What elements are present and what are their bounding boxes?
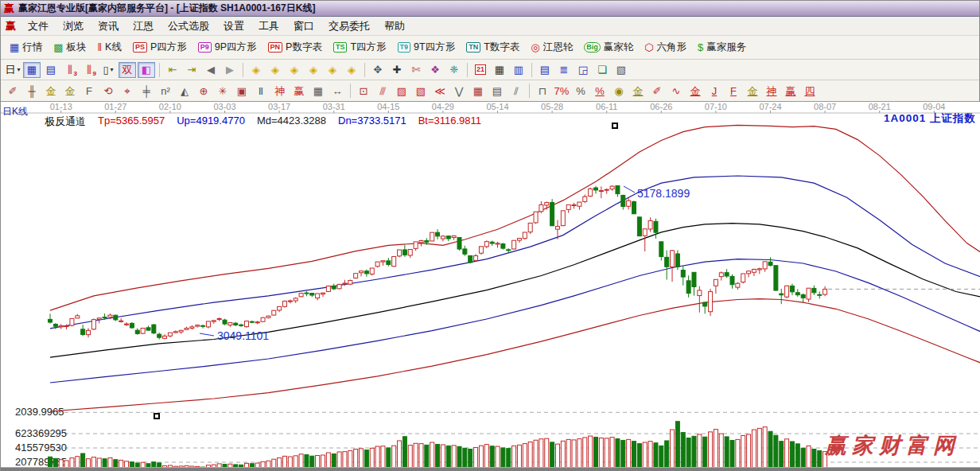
object-handle-marker[interactable] bbox=[154, 414, 159, 418]
drag-hand-icon[interactable]: ✥ bbox=[369, 62, 387, 78]
f10-info-icon[interactable]: ▤ bbox=[42, 62, 60, 78]
shen-tool-icon[interactable]: 神 bbox=[271, 83, 289, 99]
module-winner-wheel-button[interactable]: Big赢家轮 bbox=[578, 38, 639, 56]
module-p-number-table-button[interactable]: PNP数字表 bbox=[262, 38, 328, 56]
angle-rays-icon[interactable]: ≪ bbox=[431, 83, 449, 99]
ray-fan-icon[interactable]: ⫻ bbox=[374, 83, 391, 99]
grid-ruler-icon[interactable]: ╫ bbox=[23, 83, 41, 99]
cycle-ruler-icon[interactable]: ╪ bbox=[138, 83, 155, 99]
menu-item-资讯[interactable]: 资讯 bbox=[91, 17, 126, 36]
shift-right-icon[interactable]: ◈ bbox=[266, 62, 284, 78]
gold-grid-1-icon[interactable]: 金 bbox=[42, 83, 60, 99]
shift-left-icon[interactable]: ◈ bbox=[247, 62, 265, 78]
gann-compass-icon[interactable]: ⌖ bbox=[119, 83, 136, 99]
module-quotes-button[interactable]: ▦行情 bbox=[4, 38, 48, 56]
star-burst-icon[interactable]: ✳ bbox=[214, 83, 231, 99]
box-pattern-icon[interactable]: ▧ bbox=[412, 83, 430, 99]
dual-view-icon[interactable]: 双 bbox=[119, 62, 136, 78]
menu-item-公式选股[interactable]: 公式选股 bbox=[161, 17, 216, 36]
first-bar-icon[interactable]: ⇤ bbox=[164, 62, 181, 78]
module-t-square-button[interactable]: TST四方形 bbox=[328, 38, 392, 56]
module-p-square-button[interactable]: PSP四方形 bbox=[127, 38, 192, 56]
module-t-number-table-button[interactable]: TNT数字表 bbox=[461, 38, 525, 56]
shen-angle-icon[interactable]: 神 bbox=[763, 83, 780, 99]
module-winner-service-button[interactable]: $赢家服务 bbox=[692, 38, 752, 56]
module-9t-square-button[interactable]: T99T四方形 bbox=[392, 38, 461, 56]
export-net-icon[interactable]: ❏ bbox=[593, 62, 611, 78]
save-icon[interactable]: ◲ bbox=[574, 62, 592, 78]
pattern-tool-icon[interactable]: ❈ bbox=[445, 62, 463, 78]
next-bar-icon[interactable]: ▶ bbox=[221, 62, 239, 78]
menu-item-江恩[interactable]: 江恩 bbox=[126, 17, 161, 36]
gann-knife-icon[interactable]: ✐ bbox=[4, 83, 21, 99]
ladder-grid-icon[interactable]: ▤ bbox=[488, 83, 506, 99]
gold-circle-icon[interactable]: ◉ bbox=[610, 83, 628, 99]
box-frame-icon[interactable]: ⊡ bbox=[355, 83, 372, 99]
f-angle-icon[interactable]: F bbox=[725, 83, 742, 99]
ying-tool-icon[interactable]: 赢 bbox=[290, 83, 308, 99]
notes-icon[interactable]: ≣ bbox=[555, 62, 573, 78]
red-brush-icon[interactable]: ✐ bbox=[648, 83, 666, 99]
compress-view-icon[interactable]: ◈ bbox=[324, 62, 341, 78]
gann-circle-icon[interactable]: ⊕ bbox=[195, 83, 212, 99]
n-square-icon[interactable]: n² bbox=[157, 83, 174, 99]
scale-bars-icon[interactable]: ⊓ bbox=[534, 83, 551, 99]
period-day-icon[interactable]: 日▾ bbox=[4, 62, 21, 78]
gold-angle-icon[interactable]: 金 bbox=[744, 83, 761, 99]
percent-line-icon[interactable]: % bbox=[591, 83, 609, 99]
module-9p-square-button[interactable]: P99P四方形 bbox=[192, 38, 262, 56]
kline-canvas[interactable]: 6233692954155795302077897652039.996501-1… bbox=[1, 102, 980, 471]
expand-view-icon[interactable]: ◈ bbox=[343, 62, 360, 78]
box-fan-icon[interactable]: ▨ bbox=[393, 83, 410, 99]
percent-icon[interactable]: % bbox=[572, 83, 589, 99]
calendar-icon[interactable]: 21 bbox=[472, 62, 489, 78]
menu-item-浏览[interactable]: 浏览 bbox=[56, 17, 91, 36]
menu-item-工具[interactable]: 工具 bbox=[251, 17, 286, 36]
spiral-icon[interactable]: ⟲ bbox=[99, 83, 117, 99]
menu-item-文件[interactable]: 文件 bbox=[21, 17, 56, 36]
doc-view-icon[interactable]: ▤ bbox=[536, 62, 554, 78]
last-bar-icon[interactable]: ⇥ bbox=[183, 62, 200, 78]
object-handle-marker[interactable] bbox=[612, 123, 617, 128]
j-angle-icon[interactable]: J bbox=[706, 83, 723, 99]
k-mark-icon[interactable]: Ⅱ bbox=[252, 83, 270, 99]
module-hexagon-button[interactable]: ⬡六角形 bbox=[639, 38, 692, 56]
candle-style-icon[interactable]: ▯▾ bbox=[99, 62, 117, 78]
angle-mirror-icon[interactable]: ◭ bbox=[176, 83, 193, 99]
menu-item-窗口[interactable]: 窗口 bbox=[286, 17, 321, 36]
title-bar[interactable]: 赢 赢家江恩专业版[赢家内部服务平台] - [上证指数 SH1A0001-167… bbox=[1, 1, 979, 17]
menu-item-交易委托[interactable]: 交易委托 bbox=[321, 17, 377, 36]
calculator-icon[interactable]: ▦ bbox=[491, 62, 508, 78]
mark-tool-icon[interactable]: ❖ bbox=[426, 62, 444, 78]
horizontal-scrollbar[interactable] bbox=[1, 467, 980, 471]
gold-grid-2-icon[interactable]: 金 bbox=[61, 83, 79, 99]
prev-bar-icon[interactable]: ◀ bbox=[202, 62, 220, 78]
kline-9col-icon[interactable]: ⫼9 bbox=[80, 62, 98, 78]
ying-angle-icon[interactable]: 赢 bbox=[782, 83, 799, 99]
si-angle-icon[interactable]: 四 bbox=[801, 83, 819, 99]
wave-tool-icon[interactable]: ∿ bbox=[667, 83, 685, 99]
kline-3col-icon[interactable]: ⫼3 bbox=[61, 62, 79, 78]
measure-icon[interactable]: ✄ bbox=[407, 62, 425, 78]
grid-star-icon[interactable]: ▣ bbox=[233, 83, 251, 99]
main-chart-window-icon[interactable]: ▦ bbox=[23, 62, 41, 78]
module-kline-button[interactable]: ⫴K线 bbox=[92, 38, 127, 56]
fibonacci-ruler-icon[interactable]: F bbox=[80, 83, 98, 99]
zoom-in-h-icon[interactable]: ◈ bbox=[286, 62, 303, 78]
dense-grid-icon[interactable]: ▦ bbox=[469, 83, 487, 99]
gold-line-icon[interactable]: 金 bbox=[629, 83, 647, 99]
seven-percent-icon[interactable]: 7% bbox=[553, 83, 570, 99]
print-icon[interactable]: ▧ bbox=[612, 62, 630, 78]
gold-under-icon[interactable]: 金 bbox=[686, 83, 704, 99]
grid-123-icon[interactable]: ▦ bbox=[309, 83, 327, 99]
report-icon[interactable]: ▥ bbox=[510, 62, 527, 78]
volume-profile-icon[interactable]: ◧ bbox=[138, 62, 155, 78]
zoom-out-h-icon[interactable]: ◈ bbox=[305, 62, 322, 78]
zigzag-icon[interactable]: ⋁ bbox=[450, 83, 468, 99]
module-gann-wheel-button[interactable]: ◎江恩轮 bbox=[525, 38, 578, 56]
crosshair-icon[interactable]: ✚ bbox=[388, 62, 406, 78]
module-sectors-button[interactable]: ▩板块 bbox=[48, 38, 91, 56]
menu-item-设置[interactable]: 设置 bbox=[216, 17, 251, 36]
horizontal-span-icon[interactable]: ↔ bbox=[329, 83, 346, 99]
menu-item-帮助[interactable]: 帮助 bbox=[377, 17, 412, 36]
